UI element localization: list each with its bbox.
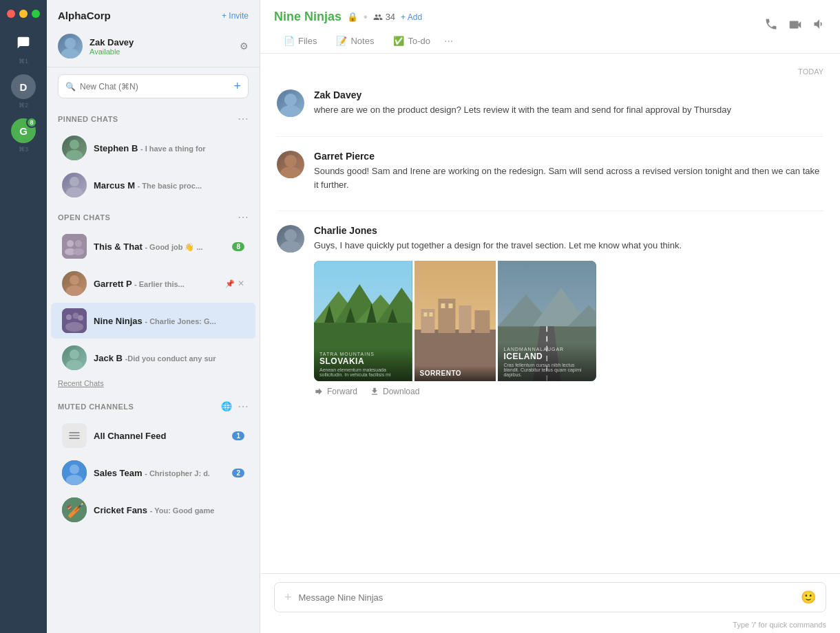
svg-point-4 xyxy=(70,177,79,186)
volume-icon[interactable] xyxy=(812,17,826,34)
message-input-area: + 🙂 xyxy=(260,573,840,618)
message-input-box[interactable]: + 🙂 xyxy=(274,582,826,612)
avatar xyxy=(62,345,87,370)
chat-preview: - I have a thing for xyxy=(140,144,206,153)
workspace-d-avatar[interactable]: D xyxy=(11,74,36,99)
search-input[interactable] xyxy=(80,82,229,92)
message-actions: Forward Download xyxy=(314,387,823,396)
muted-channels-label: MUTED CHANNELS xyxy=(58,403,134,411)
unread-badge: 2 xyxy=(232,469,244,478)
attachment-panel-2[interactable]: SORRENTO xyxy=(414,261,496,381)
attachment-label-2: SORRENTO xyxy=(414,365,496,381)
message-author: Garret Pierce xyxy=(314,151,823,162)
quick-commands-hint: Type '/' for quick commands xyxy=(260,618,840,633)
close-button[interactable] xyxy=(7,10,15,18)
unread-badge: 8 xyxy=(26,117,37,128)
chat-preview: - You: Good game xyxy=(150,506,215,515)
svg-point-0 xyxy=(65,38,76,49)
chat-name: Jack B -Did you conduct any sur xyxy=(94,353,244,363)
settings-icon[interactable]: ⚙ xyxy=(240,41,249,52)
attachment-panel-1[interactable]: TATRA MOUNTAINS SLOVAKIA Aenean elementu… xyxy=(314,261,412,381)
window-controls xyxy=(7,10,40,18)
forward-button[interactable]: Forward xyxy=(314,387,357,396)
minimize-button[interactable] xyxy=(19,10,28,18)
list-item[interactable]: Marcus M - The basic proc... xyxy=(51,167,255,203)
svg-point-3 xyxy=(66,150,83,160)
muted-channels-more-icon[interactable]: ⋯ xyxy=(238,400,249,413)
list-item[interactable]: Nine Ninjas - Charlie Jones: G... xyxy=(51,303,255,339)
svg-point-7 xyxy=(67,240,74,247)
avatar xyxy=(62,271,87,296)
message-divider xyxy=(277,211,823,211)
attachment-label-1: TATRA MOUNTAINS SLOVAKIA Aenean elementu… xyxy=(314,347,412,381)
svg-point-18 xyxy=(70,350,79,359)
chat-details: Stephen B - I have a thing for xyxy=(94,143,244,153)
shortcut-3: ⌘3 xyxy=(19,146,28,153)
new-chat-add-icon[interactable]: + xyxy=(233,79,241,94)
user-row: Zak Davey Available ⚙ xyxy=(47,28,260,67)
unread-badge: 1 xyxy=(232,431,244,440)
pinned-chats-more-icon[interactable]: ⋯ xyxy=(238,112,249,125)
list-item[interactable]: This & That - Good job 👋 ... 8 xyxy=(51,228,255,264)
list-item[interactable]: Jack B -Did you conduct any sur xyxy=(51,340,255,376)
avatar xyxy=(277,225,304,253)
chat-details: All Channel Feed xyxy=(94,431,225,441)
muted-channels-header: MUTED CHANNELS 🌐 ⋯ xyxy=(47,393,260,417)
chat-preview: - Earlier this... xyxy=(134,280,185,288)
chat-nav-icon[interactable] xyxy=(11,30,36,55)
attach-icon[interactable]: + xyxy=(284,590,292,605)
shortcut-1: ⌘1 xyxy=(19,58,28,65)
tab-notes[interactable]: 📝 Notes xyxy=(326,30,384,53)
search-box[interactable]: 🔍 + xyxy=(58,74,249,98)
list-item[interactable]: All Channel Feed 1 xyxy=(51,418,255,453)
channel-name: All Channel Feed xyxy=(94,431,225,441)
workspace-g-avatar[interactable]: G 8 xyxy=(11,118,36,143)
svg-point-11 xyxy=(70,275,79,285)
add-member-button[interactable]: + Add xyxy=(401,12,422,22)
download-button[interactable]: Download xyxy=(370,387,419,396)
chat-details: Nine Ninjas - Charlie Jones: G... xyxy=(94,316,244,326)
chat-title: Nine Ninjas xyxy=(274,10,342,24)
muted-channels-actions: 🌐 ⋯ xyxy=(221,400,249,413)
tab-todo[interactable]: ✅ To-do xyxy=(384,30,440,53)
open-chats-more-icon[interactable]: ⋯ xyxy=(238,211,249,224)
close-chat-icon[interactable]: ✕ xyxy=(238,279,244,288)
svg-point-5 xyxy=(66,187,83,197)
icon-sidebar: ⌘1 D ⌘2 G 8 ⌘3 xyxy=(0,0,47,633)
avatar xyxy=(62,173,87,197)
list-item[interactable]: Garrett P - Earlier this... 📌 ✕ xyxy=(51,266,255,301)
svg-point-17 xyxy=(65,322,83,332)
emoji-icon[interactable]: 🙂 xyxy=(801,590,816,605)
list-item[interactable]: Sales Team - Christopher J: d. 2 xyxy=(51,455,255,491)
maximize-button[interactable] xyxy=(32,10,40,18)
chat-details: This & That - Good job 👋 ... xyxy=(94,242,225,252)
chat-sidebar: AlphaCorp + Invite Zak Davey Available ⚙… xyxy=(47,0,260,633)
recent-chats-link[interactable]: Recent Chats xyxy=(47,376,260,393)
chat-messages: TODAY Zak Davey where are we on the prod… xyxy=(260,54,840,573)
attachment-panel-3[interactable]: LANDMANNALAUGAR ICELAND Cras fellentum c… xyxy=(498,261,596,381)
svg-rect-48 xyxy=(429,312,432,316)
more-tabs-icon[interactable]: ··· xyxy=(440,30,457,53)
svg-point-28 xyxy=(280,167,301,178)
tab-files[interactable]: 📄 Files xyxy=(274,30,326,53)
list-item[interactable]: Stephen B - I have a thing for xyxy=(51,130,255,166)
search-row: 🔍 + xyxy=(47,67,260,105)
message-text: Sounds good! Sam and Irene are working o… xyxy=(314,164,823,191)
avatar xyxy=(277,151,304,178)
lock-icon: 🔒 xyxy=(347,12,358,22)
voice-call-icon[interactable] xyxy=(764,17,778,34)
list-item[interactable]: 🏏 Cricket Fans - You: Good game xyxy=(51,492,255,528)
svg-rect-45 xyxy=(459,305,471,333)
chat-name: Marcus M - The basic proc... xyxy=(94,180,244,191)
chat-name: Stephen B - I have a thing for xyxy=(94,143,244,153)
message-input[interactable] xyxy=(299,592,794,603)
globe-icon[interactable]: 🌐 xyxy=(221,401,232,411)
message-content: Zak Davey where are we on the product de… xyxy=(314,89,823,117)
message-group: Charlie Jones Guys, I have quickly put t… xyxy=(277,225,823,396)
invite-button[interactable]: + Invite xyxy=(222,11,249,21)
video-call-icon[interactable] xyxy=(788,17,803,36)
svg-point-2 xyxy=(70,140,79,149)
message-text: Guys, I have quickly put together a desi… xyxy=(314,239,823,253)
chat-name: Nine Ninjas - Charlie Jones: G... xyxy=(94,316,244,326)
files-icon: 📄 xyxy=(284,36,295,46)
